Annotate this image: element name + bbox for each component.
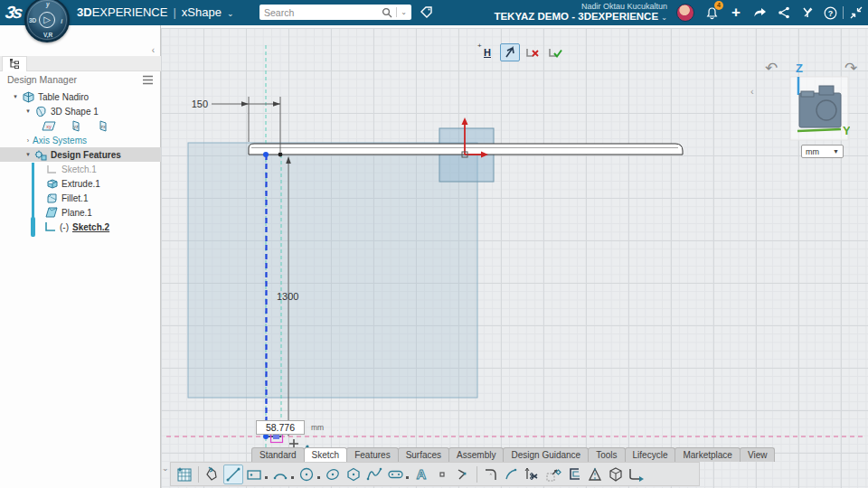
circle-tool[interactable] xyxy=(297,465,316,484)
collapse-window-icon[interactable] xyxy=(848,5,864,21)
expander-icon[interactable]: ▾ xyxy=(24,151,33,158)
tree-item-fillet1[interactable]: Fillet.1 xyxy=(0,191,161,205)
share-arrow-icon[interactable] xyxy=(752,5,769,21)
help-icon[interactable]: ? xyxy=(822,5,838,21)
tree-item-label: 3D Shape 1 xyxy=(51,107,99,117)
plane-xy-icon[interactable]: xy xyxy=(42,120,56,132)
corner-fillet-tool[interactable] xyxy=(481,465,501,484)
expander-icon[interactable]: ▾ xyxy=(24,108,33,115)
tree-item-plane1[interactable]: Plane.1 xyxy=(0,205,161,220)
text-tool[interactable]: A xyxy=(411,465,431,484)
ok-sketch-icon xyxy=(548,46,563,60)
tangent-arc-tool[interactable] xyxy=(502,465,522,484)
divider xyxy=(396,7,397,17)
tab-features[interactable]: Features xyxy=(346,447,398,462)
swym-icon[interactable] xyxy=(799,5,816,21)
tab-view[interactable]: View xyxy=(740,447,776,462)
tree-item-root[interactable]: ▾ Table Nadiro xyxy=(0,89,161,104)
panel-collapse-chevron[interactable]: ‹ xyxy=(152,45,155,55)
tree-item-axis-systems[interactable]: › Axis Systems xyxy=(0,133,161,147)
surface-plane[interactable] xyxy=(188,143,477,398)
panel-tab-strip xyxy=(0,56,161,71)
share-network-icon[interactable] xyxy=(776,5,792,21)
line-start-point[interactable] xyxy=(263,152,269,157)
app-switcher[interactable]: 3DEXPERIENCE|xShape⌄ xyxy=(77,5,233,19)
tree-item-sketch2[interactable]: (-) Sketch.2 xyxy=(0,220,161,234)
mirror-tool[interactable] xyxy=(585,465,605,484)
expander-icon[interactable]: ▾ xyxy=(11,93,20,100)
dropdown-marker[interactable] xyxy=(291,476,294,479)
user-tenant-menu[interactable]: Nadir Oktau Kucukaltun TEKYAZ DEMO - 3DE… xyxy=(494,2,667,23)
arc-tool[interactable] xyxy=(270,465,290,484)
polygon-tool[interactable] xyxy=(344,465,363,484)
add-icon[interactable]: + xyxy=(728,5,744,21)
3ds-logo: 3s xyxy=(4,3,22,23)
brand-experience: EXPERIENCE xyxy=(92,5,168,19)
tab-standard[interactable]: Standard xyxy=(251,447,305,462)
spline-tool[interactable] xyxy=(364,465,384,484)
offset-tool[interactable] xyxy=(564,465,584,484)
sketch-grid-icon[interactable] xyxy=(175,465,194,484)
line-tool[interactable] xyxy=(223,465,243,484)
tag-icon[interactable] xyxy=(420,5,434,20)
plane-yz-icon[interactable]: yz xyxy=(69,120,83,132)
hamburger-menu-icon[interactable] xyxy=(142,75,154,85)
profile-tool[interactable] xyxy=(453,465,473,484)
sketch-viewport[interactable]: 150 1300 +H xyxy=(161,25,868,488)
search-placeholder: Search xyxy=(264,7,382,18)
search-icon[interactable] xyxy=(382,7,392,18)
units-dropdown[interactable]: mm ▼ xyxy=(801,145,844,158)
bell-icon[interactable]: 4 xyxy=(703,5,720,21)
svg-text:zx: zx xyxy=(100,123,106,128)
rotate-left-icon[interactable]: ↶ xyxy=(765,59,778,78)
tab-design-tree[interactable] xyxy=(2,56,27,71)
tab-sketch[interactable]: Sketch xyxy=(304,447,348,462)
svg-text:?: ? xyxy=(827,8,833,17)
exit-corner-tool[interactable] xyxy=(627,465,646,484)
exit-sketch-cancel-button[interactable] xyxy=(523,43,542,61)
normal-view-button[interactable] xyxy=(500,43,520,61)
tree-item-sketch1[interactable]: Sketch.1 xyxy=(0,162,161,176)
tab-tools[interactable]: Tools xyxy=(588,447,625,462)
dimension-input[interactable]: 58.776 xyxy=(256,420,305,435)
tab-lifecycle[interactable]: Lifecycle xyxy=(625,447,676,462)
tab-assembly[interactable]: Assembly xyxy=(448,447,504,462)
transform-tool[interactable] xyxy=(543,465,563,484)
expander-icon[interactable]: › xyxy=(24,137,33,144)
axis-z-label[interactable]: Z xyxy=(796,61,803,75)
trace-tool[interactable] xyxy=(203,465,222,484)
tree-item-design-features[interactable]: ▾ Design Features xyxy=(0,147,161,162)
tree-item-shape[interactable]: ▾ 3D Shape 1 xyxy=(0,104,161,118)
project-3d-tool[interactable] xyxy=(606,465,626,484)
tab-surfaces[interactable]: Surfaces xyxy=(398,447,449,462)
slot-tool[interactable] xyxy=(385,465,405,484)
dropdown-marker[interactable] xyxy=(265,476,268,479)
ellipse-tool[interactable] xyxy=(323,465,343,484)
compass-play-icon[interactable]: ▷ xyxy=(39,12,55,28)
tabletop-profile[interactable] xyxy=(249,144,683,155)
in-work-indicator-thumb[interactable] xyxy=(31,217,36,237)
positioned-sketch-button[interactable]: +H xyxy=(477,43,497,61)
trim-tool[interactable] xyxy=(523,465,542,484)
plane-zx-icon[interactable]: zx xyxy=(96,120,110,132)
search-input[interactable]: Search ⌄ xyxy=(259,5,411,20)
search-options-chevron-icon[interactable]: ⌄ xyxy=(401,8,407,16)
rectangle-tool[interactable] xyxy=(244,465,264,484)
tree-item-label: Table Nadiro xyxy=(38,92,89,102)
tree-item-planes: xy yz zx xyxy=(0,118,161,133)
toolbar-overflow-chevron[interactable]: ⌄ xyxy=(162,464,169,473)
exit-sketch-ok-button[interactable] xyxy=(545,43,565,61)
tab-design-guidance[interactable]: Design Guidance xyxy=(503,447,589,462)
avatar[interactable] xyxy=(676,4,694,22)
point-tool[interactable] xyxy=(432,465,452,484)
viewcube-collapse-chevron[interactable]: ‹ xyxy=(750,86,754,97)
tree-item-extrude1[interactable]: Extrude.1 xyxy=(0,176,161,191)
dropdown-marker[interactable] xyxy=(406,476,409,479)
dim150-value[interactable]: 150 xyxy=(192,99,208,109)
dropdown-marker[interactable] xyxy=(317,476,320,479)
reference-point[interactable] xyxy=(278,153,283,157)
dim1300-value[interactable]: 1300 xyxy=(277,291,298,302)
tab-marketplace[interactable]: Marketplace xyxy=(675,447,740,462)
tree-item-label: Sketch.1 xyxy=(61,164,97,174)
axis-y-label[interactable]: Y xyxy=(843,124,850,137)
